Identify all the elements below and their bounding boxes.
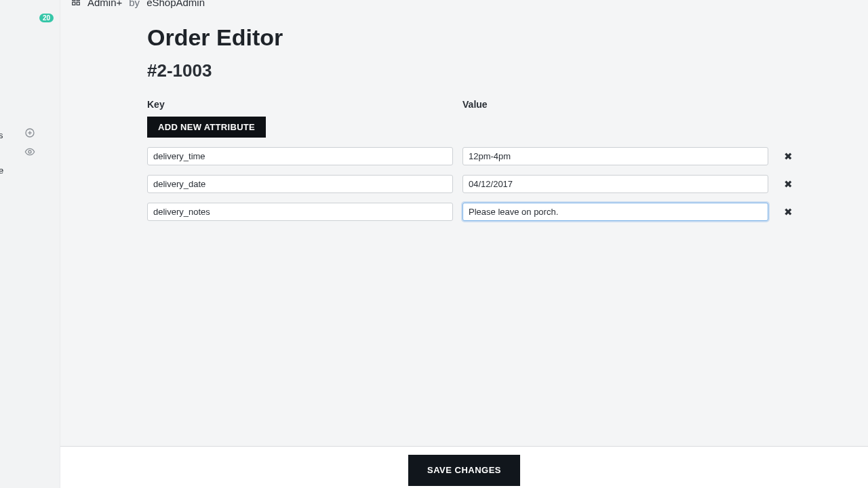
close-icon: ✖	[784, 150, 793, 162]
close-icon: ✖	[784, 206, 793, 218]
attribute-value-input[interactable]	[462, 147, 768, 165]
delete-row-button[interactable]: ✖	[778, 150, 798, 163]
sidebar: 20 s e	[0, 0, 60, 488]
attribute-row: ✖	[147, 175, 798, 193]
attribute-value-input[interactable]	[462, 203, 768, 221]
svg-rect-6	[73, 2, 75, 5]
brand-row: Admin+ by eShopAdmin	[60, 0, 868, 9]
plus-circle-icon[interactable]	[24, 127, 35, 141]
attribute-key-input[interactable]	[147, 203, 453, 221]
order-id: #2-1003	[147, 60, 852, 81]
attribute-key-input[interactable]	[147, 147, 453, 165]
attribute-value-input[interactable]	[462, 175, 768, 193]
main: Admin+ by eShopAdmin Order Editor #2-100…	[60, 0, 868, 488]
svg-rect-7	[77, 2, 79, 5]
save-button[interactable]: SAVE CHANGES	[408, 455, 520, 486]
delete-row-button[interactable]: ✖	[778, 178, 798, 191]
sidebar-badge: 20	[39, 14, 54, 22]
grid-icon	[71, 0, 81, 8]
attribute-row: ✖	[147, 203, 798, 221]
attribute-row: ✖	[147, 147, 798, 165]
svg-point-3	[28, 150, 31, 153]
attribute-rows: ✖✖✖	[147, 147, 852, 221]
brand-name: Admin+	[87, 0, 122, 8]
add-attribute-button[interactable]: ADD NEW ATTRIBUTE	[147, 117, 266, 138]
brand-author: eShopAdmin	[146, 0, 205, 8]
eye-icon[interactable]	[24, 146, 35, 160]
column-header-key: Key	[147, 99, 453, 110]
delete-row-button[interactable]: ✖	[778, 205, 798, 219]
sidebar-text-fragment: e	[0, 165, 3, 176]
page-title: Order Editor	[147, 24, 852, 51]
brand-by-word: by	[129, 0, 140, 8]
column-header-value: Value	[462, 99, 768, 110]
close-icon: ✖	[784, 178, 793, 190]
attribute-key-input[interactable]	[147, 175, 453, 193]
footer: SAVE CHANGES	[60, 446, 868, 488]
